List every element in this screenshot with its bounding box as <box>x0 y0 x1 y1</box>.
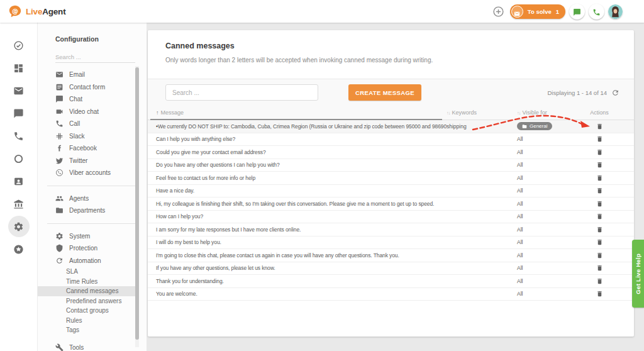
envelope-icon <box>511 6 523 18</box>
logo-wordmark: LiveAgent <box>26 7 65 16</box>
delete-button[interactable] <box>596 174 603 182</box>
refresh-icon[interactable] <box>611 89 619 97</box>
delete-button[interactable] <box>596 290 603 298</box>
delete-button[interactable] <box>596 226 603 233</box>
page-subtitle: Only words longer than 2 letters will be… <box>165 57 616 64</box>
config-menu-item[interactable]: System <box>55 230 147 243</box>
rail-nav-item[interactable] <box>13 198 25 210</box>
rail-nav-item[interactable] <box>13 62 25 74</box>
message-cell: Could you give me your contact email add… <box>156 149 447 155</box>
rail-nav-item[interactable] <box>13 84 25 97</box>
delete-button[interactable] <box>596 148 603 156</box>
delete-button[interactable] <box>596 187 603 194</box>
delete-button[interactable] <box>596 277 603 285</box>
config-menu-item[interactable]: Call <box>55 118 147 130</box>
add-new-button[interactable] <box>491 4 506 19</box>
liveagent-logo[interactable]: @ LiveAgent <box>0 4 65 18</box>
rail-nav-item[interactable] <box>13 243 25 255</box>
config-menu-item[interactable]: Agents <box>55 192 147 205</box>
config-menu-item[interactable]: Email <box>55 69 147 81</box>
configuration-search-input[interactable] <box>55 52 135 63</box>
column-header-actions: Actions <box>588 109 611 116</box>
column-header-message[interactable]: ↑ Message <box>156 109 447 116</box>
config-menu-item[interactable]: Facebook <box>55 142 147 155</box>
config-menu-item[interactable]: Viber accounts <box>55 167 147 179</box>
table-row[interactable]: Can I help you with anything else? All <box>148 133 634 147</box>
table-row[interactable]: Feel free to contact us for more info or… <box>148 172 634 185</box>
delete-button[interactable] <box>596 200 603 208</box>
rail-nav-item[interactable] <box>13 39 25 52</box>
configuration-title: Configuration <box>55 35 147 43</box>
config-menu-item[interactable]: Chat <box>55 93 147 106</box>
table-row[interactable]: Hi, my colleague is finishing their shif… <box>148 198 634 211</box>
table-row[interactable]: You are welcome. All <box>148 288 634 301</box>
config-menu-item[interactable]: Tools <box>55 342 147 351</box>
rail-nav-item[interactable] <box>13 130 25 142</box>
keywords-cell: shipping <box>447 123 517 130</box>
message-cell: I will do my best to help you. <box>156 239 447 245</box>
config-menu-item[interactable]: Canned messages <box>38 286 135 296</box>
trash-icon <box>596 213 603 220</box>
table-row[interactable]: I am sorry for my late responses but I h… <box>148 223 634 237</box>
config-menu-item[interactable]: Protection <box>55 242 147 255</box>
table-row[interactable]: Have a nice day. All <box>148 185 634 198</box>
config-scrollbar-thumb[interactable] <box>135 67 139 340</box>
table-row[interactable]: I'm going to close this chat, please con… <box>148 249 634 262</box>
calls-button[interactable] <box>589 4 604 20</box>
delete-button[interactable] <box>596 213 603 220</box>
messages-search-input[interactable] <box>165 84 318 101</box>
delete-button[interactable] <box>596 264 603 272</box>
facebook-icon <box>55 144 64 152</box>
table-row[interactable]: Thank you for understanding. All <box>148 275 634 288</box>
config-menu-item[interactable]: Rules <box>55 316 147 326</box>
user-avatar[interactable] <box>608 4 623 19</box>
to-solve-button[interactable]: To solve 1 <box>510 4 565 19</box>
config-menu-item[interactable]: Tags <box>55 325 147 335</box>
config-menu-item[interactable] <box>47 223 135 224</box>
table-row[interactable]: Could you give me your contact email add… <box>148 146 634 159</box>
check-circle-icon <box>13 40 24 51</box>
column-header-visible-for[interactable]: ↑↓ Visible for <box>517 109 588 116</box>
table-row[interactable]: Do you have any other questions I can he… <box>148 159 634 172</box>
delete-button[interactable] <box>596 161 603 169</box>
message-cell: Do you have any other questions I can he… <box>156 162 447 168</box>
trash-icon <box>596 264 603 272</box>
config-menu-item[interactable]: Automation <box>55 255 147 267</box>
create-message-button[interactable]: CREATE MESSAGE <box>348 84 421 101</box>
config-menu-item[interactable]: Departments <box>55 204 147 217</box>
delete-button[interactable] <box>596 135 603 143</box>
column-header-keywords[interactable]: ↑↓ Keywords <box>447 109 517 116</box>
chats-button[interactable] <box>569 4 585 20</box>
config-menu-item[interactable]: Contact groups <box>55 306 147 316</box>
config-menu-item[interactable]: Time Rules <box>55 277 147 287</box>
trash-icon <box>596 148 603 156</box>
trash-icon <box>596 161 603 169</box>
config-menu-item[interactable]: Slack <box>55 130 147 143</box>
config-menu-item[interactable]: Video chat <box>55 106 147 118</box>
config-menu-item[interactable]: SLA <box>55 267 147 277</box>
trash-icon <box>596 252 603 259</box>
config-menu-item-label: Canned messages <box>66 287 118 294</box>
table-row[interactable]: I will do my best to help you. All <box>148 237 634 250</box>
config-menu-item[interactable]: Contact form <box>55 81 147 94</box>
table-row[interactable]: •We currently DO NOT SHIP to: Cambodia, … <box>148 120 634 133</box>
rail-nav-item[interactable] <box>13 220 25 233</box>
delete-button[interactable] <box>596 238 603 246</box>
chat-icon <box>55 95 64 103</box>
visible-for-value: All <box>517 175 523 181</box>
rail-nav-item[interactable] <box>13 107 25 120</box>
table-row[interactable]: If you have any other questions, please … <box>148 262 634 276</box>
config-menu-item[interactable]: Twitter <box>55 155 147 167</box>
config-menu-item[interactable]: Predefined answers <box>55 296 147 306</box>
table-row[interactable]: How can I help you? All <box>148 211 634 224</box>
sorted-column-underline <box>150 119 442 120</box>
delete-button[interactable] <box>596 123 603 130</box>
config-menu-item-label: Predefined answers <box>66 298 121 304</box>
delete-button[interactable] <box>596 252 603 259</box>
rail-nav-item[interactable] <box>13 152 25 165</box>
get-live-help-tab[interactable]: Get Live Help <box>632 240 644 308</box>
visible-for-cell: All <box>517 265 588 271</box>
rail-nav-item[interactable] <box>13 175 25 187</box>
visible-for-cell: All <box>517 187 588 194</box>
config-menu-item[interactable] <box>47 186 135 186</box>
